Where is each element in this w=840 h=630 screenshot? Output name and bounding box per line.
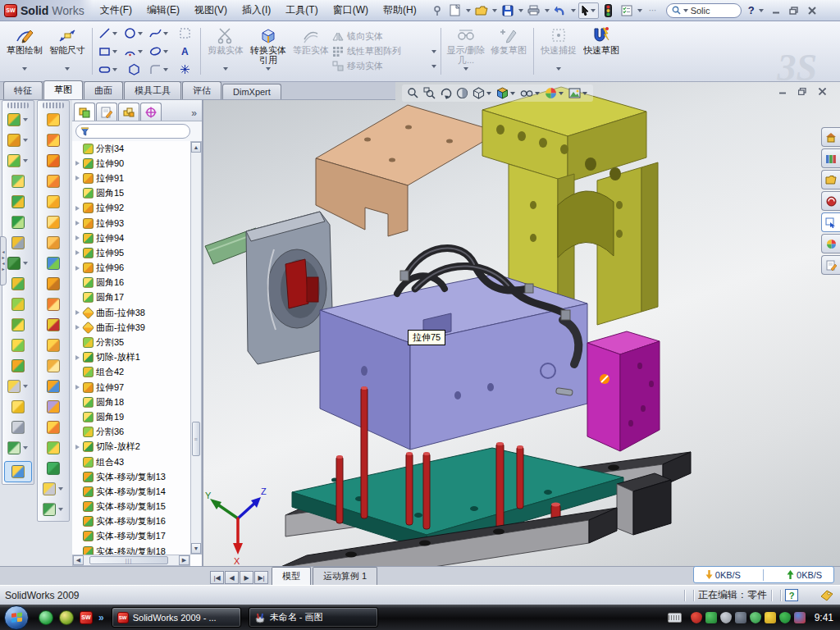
scroll-left-arrow[interactable]: ◀ bbox=[73, 555, 84, 565]
swept-boss-button[interactable] bbox=[3, 171, 33, 191]
design-library-tab[interactable] bbox=[821, 148, 840, 168]
tree-item[interactable]: 实体-移动/复制16 bbox=[74, 514, 190, 529]
ribbon-tab-4[interactable]: 评估 bbox=[182, 81, 221, 99]
options-icon[interactable] bbox=[619, 3, 635, 18]
menu-5[interactable]: 窗口(W) bbox=[326, 3, 376, 17]
part-core-block[interactable] bbox=[205, 212, 333, 364]
search-results-tab[interactable] bbox=[821, 191, 840, 211]
scroll-right-arrow[interactable]: ▶ bbox=[179, 555, 189, 565]
trim-surface-button[interactable] bbox=[39, 396, 68, 417]
lofted-surface-button[interactable] bbox=[39, 171, 68, 191]
fillet-caret[interactable] bbox=[23, 159, 28, 162]
sketch-button[interactable]: 草图绘制 bbox=[3, 23, 46, 80]
edit-appearance-caret[interactable] bbox=[559, 92, 564, 95]
undo-icon[interactable] bbox=[552, 3, 568, 18]
shield-plus-tray-icon[interactable] bbox=[779, 612, 791, 623]
lofted-boss-button[interactable] bbox=[3, 191, 33, 212]
rebuild-icon[interactable] bbox=[600, 3, 617, 18]
expand-arrow[interactable] bbox=[74, 385, 80, 390]
hide-show-items-button[interactable] bbox=[520, 88, 541, 98]
boundary-boss-button[interactable] bbox=[3, 212, 33, 232]
knit-surface-button[interactable] bbox=[39, 417, 68, 437]
tree-item[interactable]: 圆角18 bbox=[74, 395, 190, 409]
spline-caret[interactable] bbox=[163, 32, 168, 35]
display-delete-relations-button[interactable]: 显示/删除几... bbox=[445, 23, 487, 80]
solidworks-resources-tab[interactable] bbox=[821, 127, 840, 147]
tree-item[interactable]: 实体-移动/复制15 bbox=[74, 500, 190, 514]
split-button[interactable] bbox=[3, 294, 33, 314]
drag-drop-tab[interactable] bbox=[821, 212, 840, 232]
untrim-surface-button[interactable] bbox=[39, 355, 68, 376]
extruded-surface-button[interactable] bbox=[39, 109, 68, 130]
move-copy-button[interactable] bbox=[3, 355, 33, 376]
plane-button[interactable] bbox=[3, 396, 33, 417]
scroll-up-arrow[interactable]: ▲ bbox=[191, 142, 201, 153]
panel-tabs-overflow[interactable]: » bbox=[188, 107, 200, 121]
rectangle-tool-button[interactable] bbox=[96, 43, 121, 60]
horizontal-scroll-thumb[interactable]: ||| bbox=[89, 556, 168, 564]
ruled-surface-button[interactable] bbox=[39, 273, 68, 294]
expand-arrow[interactable] bbox=[74, 176, 80, 180]
view-orientation-caret[interactable] bbox=[510, 92, 515, 95]
sketch-dropdown-caret[interactable] bbox=[22, 67, 27, 71]
view-orientation-button[interactable] bbox=[496, 87, 516, 99]
badge-gray-tray-icon[interactable] bbox=[720, 612, 732, 623]
mirror-button[interactable] bbox=[3, 273, 33, 294]
axis-button[interactable] bbox=[3, 417, 33, 437]
print-icon[interactable] bbox=[526, 3, 542, 18]
start-button[interactable] bbox=[4, 605, 29, 630]
antivirus-red-tray-icon[interactable] bbox=[691, 612, 702, 623]
text-tool-button[interactable]: A bbox=[172, 43, 197, 60]
property-manager-tab[interactable] bbox=[96, 103, 117, 121]
tree-item[interactable]: 组合42 bbox=[74, 365, 190, 380]
select-dropdown-caret[interactable] bbox=[591, 9, 596, 12]
media-quicklaunch-icon[interactable] bbox=[59, 610, 74, 625]
linear-pattern-button[interactable] bbox=[3, 253, 33, 273]
doc-minimize-button[interactable] bbox=[776, 85, 789, 97]
expand-arrow[interactable] bbox=[74, 325, 80, 330]
tree-item[interactable]: 拉伸90 bbox=[74, 156, 190, 171]
zoom-fit-button[interactable] bbox=[407, 87, 419, 99]
tree-item[interactable]: 实体-移动/复制18 bbox=[74, 544, 190, 555]
swept-surface-button[interactable] bbox=[39, 150, 68, 171]
edit-appearance-button[interactable] bbox=[545, 87, 564, 99]
combine-button[interactable] bbox=[3, 335, 33, 355]
expand-arrow[interactable] bbox=[74, 310, 80, 315]
undo-dropdown-caret[interactable] bbox=[571, 9, 576, 12]
apply-scene-button[interactable] bbox=[568, 88, 588, 98]
reference-geometry-caret[interactable] bbox=[23, 385, 28, 388]
display-delete-caret[interactable] bbox=[463, 67, 468, 71]
doc-restore-button[interactable] bbox=[796, 85, 809, 97]
tag-icon[interactable] bbox=[820, 590, 833, 601]
search-input[interactable]: Solic bbox=[666, 3, 742, 18]
tree-item[interactable]: 分割35 bbox=[74, 335, 190, 349]
slot-tool-button[interactable] bbox=[96, 61, 121, 78]
linear-pattern-caret[interactable] bbox=[431, 50, 436, 53]
reference-geometry-2-button[interactable] bbox=[39, 478, 68, 499]
smart-dimension-dropdown-caret[interactable] bbox=[65, 67, 70, 71]
warning-yellow-tray-icon[interactable] bbox=[765, 612, 776, 623]
sketch-fillet-tool-button[interactable] bbox=[147, 61, 171, 78]
tree-item[interactable]: 圆角16 bbox=[74, 276, 190, 290]
replace-face-button[interactable] bbox=[39, 335, 68, 355]
new-dropdown-caret[interactable] bbox=[466, 9, 471, 12]
part-right-block[interactable] bbox=[617, 473, 671, 535]
move-entities-caret[interactable] bbox=[431, 65, 436, 68]
linear-sketch-pattern-button[interactable]: 线性草图阵列 bbox=[332, 45, 437, 57]
custom-properties-tab[interactable] bbox=[821, 255, 840, 275]
minimize-button[interactable] bbox=[769, 5, 783, 16]
volume-tray-icon[interactable] bbox=[735, 612, 746, 623]
toolbar-grip[interactable] bbox=[7, 103, 29, 108]
shield-green-tray-icon[interactable] bbox=[705, 612, 717, 623]
reference-geometry-button[interactable] bbox=[3, 376, 33, 396]
curves-caret[interactable] bbox=[23, 446, 28, 450]
reference-geometry-2-caret[interactable] bbox=[58, 487, 63, 491]
thickened-cut-button[interactable] bbox=[39, 458, 68, 478]
messenger-quicklaunch-icon[interactable] bbox=[39, 610, 53, 625]
line-tool-button[interactable] bbox=[96, 25, 121, 42]
rotate-view-button[interactable] bbox=[440, 87, 452, 99]
extruded-boss-caret[interactable] bbox=[23, 118, 28, 121]
ribbon-tab-1[interactable]: 草图 bbox=[43, 80, 83, 99]
save-dropdown-caret[interactable] bbox=[518, 9, 523, 12]
section-view-button[interactable] bbox=[456, 87, 468, 99]
